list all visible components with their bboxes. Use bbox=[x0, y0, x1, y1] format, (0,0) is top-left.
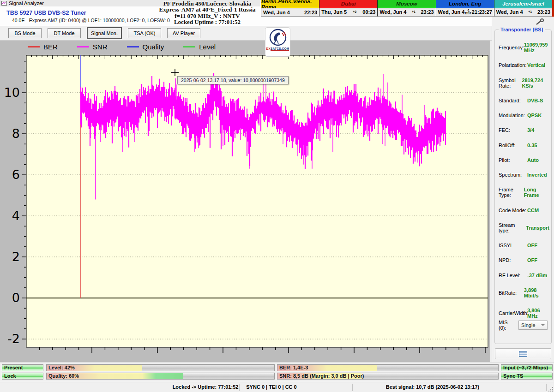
transponder-field-4: Modulation:QPSK bbox=[499, 113, 549, 118]
clock-1: Dubai Thu, Jun 5 +2 00:23 bbox=[319, 0, 377, 17]
ts-list-icon bbox=[519, 351, 527, 357]
transponder-field-5: FEC:3/4 bbox=[499, 127, 549, 133]
tab-av-player[interactable]: AV Player bbox=[167, 28, 200, 38]
snr-gauge: SNR: 8,5 dB (Margin: 3,0 dB | Poor) bbox=[277, 373, 499, 380]
logo-text: DXSATCS.COM bbox=[266, 47, 289, 50]
transponder-field-10: Code Mode:CCM bbox=[499, 208, 549, 213]
status-bar: Locked -> Uptime: 77:01:52 SYNC 0 | TEI … bbox=[0, 382, 554, 392]
satellite-dish-icon bbox=[267, 28, 289, 48]
transponder-field-16: CarrierWidth:3,806 MHz bbox=[499, 308, 549, 319]
resize-grip-icon[interactable] bbox=[548, 386, 553, 392]
present-indicator: Present bbox=[2, 364, 43, 371]
transponder-field-12: ISSYIOFF bbox=[499, 243, 549, 248]
site-title-line2: Express-AM7 at 40°E_Fixed-1 Russia bbox=[150, 6, 265, 12]
status-separator bbox=[239, 384, 240, 391]
transponder-field-3: Standard:DVB-S bbox=[499, 98, 549, 103]
tools-icon[interactable] bbox=[535, 18, 545, 26]
clock-city: Berlin-Paris-Vienna-Roma bbox=[261, 0, 319, 8]
lock-indicator: Lock bbox=[2, 373, 43, 380]
clock-city: Jerusalem-Israel bbox=[494, 0, 552, 8]
dxsatcs-logo: DXSATCS.COM bbox=[265, 27, 290, 57]
signal-plot[interactable]: -20246810 bbox=[0, 41, 490, 362]
transponder-field-14: RF Level:-37 dBm bbox=[499, 273, 549, 278]
level-gauge: Level: 42% bbox=[46, 364, 275, 371]
mis-row: MIS (0): Single bbox=[499, 320, 548, 331]
clock-datetime: Wed, Jun 4 -1DST 21:23:27 bbox=[436, 8, 494, 16]
transport-stream-button[interactable] bbox=[495, 348, 551, 359]
svg-text:-2: -2 bbox=[7, 332, 20, 346]
transponder-groupbox: Transponder [BS] Frequency:11069,959 MHz… bbox=[494, 30, 552, 344]
clock-2: Moscow Wed, Jun 4 +1 23:23 bbox=[377, 0, 435, 17]
transponder-field-6: RollOff:0.35 bbox=[499, 143, 549, 148]
tuner-detail: 40.0E - Express AM7 (ID: 0400) @ LOF1: 1… bbox=[12, 18, 170, 23]
signal-analyzer-icon bbox=[1, 1, 7, 6]
clock-edge-stripe bbox=[552, 0, 554, 17]
input-indicator: Input (~3,72 Mbps) bbox=[501, 364, 553, 371]
status-sync: SYNC 0 | TEI 0 | CC 0 bbox=[246, 384, 296, 390]
clock-3: London, Eng Wed, Jun 4 -1DST 21:23:27 bbox=[436, 0, 494, 17]
transponder-sidebar: Transponder [BS] Frequency:11069,959 MHz… bbox=[492, 26, 554, 362]
svg-text:6: 6 bbox=[12, 167, 20, 182]
chevron-down-icon bbox=[541, 324, 545, 326]
clock-datetime: Thu, Jun 5 +2 00:23 bbox=[319, 8, 377, 16]
clock-0: Berlin-Paris-Vienna-Roma Wed, Jun 4 22:2… bbox=[261, 0, 319, 17]
transponder-field-9: Frame Type:Long Frame bbox=[499, 187, 549, 198]
site-title-line3: f=11 070 MHz_V : NNTV bbox=[150, 13, 265, 19]
transponder-field-11: Stream type:Transport bbox=[499, 222, 549, 233]
world-clocks: Berlin-Paris-Vienna-Roma Wed, Jun 4 22:2… bbox=[261, 0, 554, 17]
tab-signal-mon[interactable]: Signal Mon. bbox=[87, 27, 122, 39]
transponder-field-13: NPD:OFF bbox=[499, 257, 549, 263]
ber-gauge: BER: 1,4E-3 bbox=[277, 364, 499, 371]
status-separator bbox=[352, 384, 353, 391]
mis-value: Single bbox=[521, 322, 536, 328]
clock-datetime: Wed, Jun 4 +1 23:23 bbox=[494, 8, 552, 16]
transponder-title: Transponder [BS] bbox=[499, 27, 545, 32]
tab-dt-mode[interactable]: DT Mode bbox=[48, 28, 81, 38]
transponder-field-0: Frequency:11069,959 MHz bbox=[499, 42, 549, 53]
transponder-field-1: Polarization:Vertical bbox=[499, 62, 549, 68]
tab-tsa[interactable]: TSA (OK) bbox=[128, 28, 161, 38]
site-title-line4: Locked Uptime : 77:01:52 bbox=[150, 19, 265, 25]
signal-chart-panel: BER SNR Quality Level -20246810 bbox=[0, 41, 490, 362]
tuner-name: TBS 5927 USB DVB-S2 Tuner bbox=[6, 10, 86, 16]
svg-text:8: 8 bbox=[12, 126, 20, 141]
svg-text:10: 10 bbox=[4, 85, 20, 100]
clock-datetime: Wed, Jun 4 +1 23:23 bbox=[378, 8, 435, 16]
mode-tabs: BS Mode DT Mode Signal Mon. TSA (OK) AV … bbox=[0, 26, 492, 41]
transponder-field-2: Symbol Rate:2819,724 KS/s bbox=[499, 77, 549, 89]
meters-panel: Present Lock Level: 42% Quality: 60% BER… bbox=[0, 362, 554, 382]
svg-text:0: 0 bbox=[12, 291, 20, 305]
transponder-field-7: Pilot:Auto bbox=[499, 157, 549, 163]
value-tooltip: 2025-06-02 13.17.18, value: 10,800000190… bbox=[177, 76, 289, 84]
mis-label: MIS (0): bbox=[499, 320, 516, 331]
status-separator bbox=[546, 384, 547, 391]
transponder-field-15: BitRate:3,898 Mbit/s bbox=[499, 287, 549, 298]
status-uptime: Locked -> Uptime: 77:01:52 bbox=[173, 384, 239, 390]
svg-text:4: 4 bbox=[12, 208, 20, 223]
tab-bs-mode[interactable]: BS Mode bbox=[8, 28, 42, 38]
svg-text:2: 2 bbox=[12, 249, 20, 264]
clock-city: London, Eng bbox=[436, 0, 494, 8]
quality-gauge: Quality: 60% bbox=[46, 373, 275, 380]
sync-ts-indicator: Sync TS bbox=[501, 373, 553, 380]
clock-4: Jerusalem-Israel Wed, Jun 4 +1 23:23 bbox=[494, 0, 552, 17]
window-title: Signal Analyzer bbox=[9, 0, 44, 6]
clock-city: Dubai bbox=[319, 0, 377, 8]
transponder-fields: Frequency:11069,959 MHz Polarization:Ver… bbox=[499, 42, 549, 319]
mis-select[interactable]: Single bbox=[518, 321, 548, 330]
clock-city: Moscow bbox=[378, 0, 435, 8]
status-best-signal: Best signal: 10,7 dB (2025-06-02 13:17) bbox=[386, 384, 479, 390]
site-title-line1: PF Prodelin 450/Lučenec-Slovakia bbox=[150, 0, 265, 6]
site-title: PF Prodelin 450/Lučenec-Slovakia Express… bbox=[150, 0, 265, 25]
signal-analyzer-window: Signal Analyzer TBS 5927 USB DVB-S2 Tune… bbox=[0, 0, 554, 392]
transponder-field-8: Spectrum:Inverted bbox=[499, 172, 549, 178]
clock-datetime: Wed, Jun 4 22:23 bbox=[261, 8, 319, 16]
